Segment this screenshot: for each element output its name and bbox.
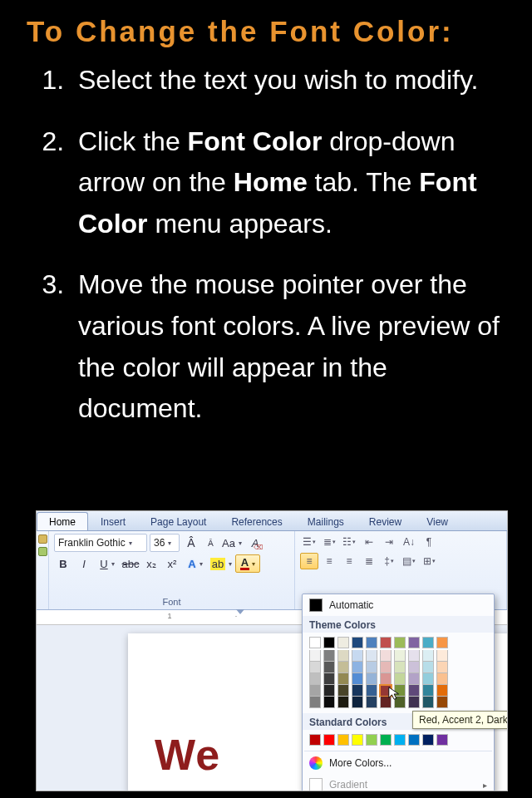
- color-swatch[interactable]: [366, 734, 377, 746]
- color-swatch[interactable]: [408, 650, 420, 662]
- show-marks-button[interactable]: ¶: [420, 534, 438, 550]
- color-swatch[interactable]: [380, 650, 392, 662]
- tab-review[interactable]: Review: [357, 512, 414, 530]
- bullets-button[interactable]: ☰: [300, 534, 318, 550]
- strikethrough-button[interactable]: abc: [121, 554, 140, 573]
- font-color-button[interactable]: A: [235, 554, 260, 573]
- indent-marker[interactable]: [236, 609, 244, 618]
- numbering-button[interactable]: ≣: [320, 534, 338, 550]
- shading-button[interactable]: ▤: [400, 553, 418, 569]
- color-swatch[interactable]: [366, 650, 377, 662]
- tab-page-layout[interactable]: Page Layout: [138, 512, 219, 530]
- color-swatch[interactable]: [323, 662, 335, 673]
- color-swatch[interactable]: [380, 685, 392, 697]
- color-swatch[interactable]: [394, 734, 406, 746]
- decrease-indent-button[interactable]: ⇤: [360, 534, 378, 550]
- color-swatch[interactable]: [394, 673, 406, 685]
- clear-formatting-button[interactable]: A⌫: [246, 534, 264, 552]
- tab-references[interactable]: References: [219, 512, 294, 530]
- color-swatch[interactable]: [422, 662, 434, 673]
- color-swatch[interactable]: [394, 685, 406, 697]
- color-swatch[interactable]: [394, 650, 406, 662]
- color-swatch[interactable]: [323, 673, 335, 685]
- color-swatch[interactable]: [309, 650, 321, 662]
- color-swatch[interactable]: [309, 734, 321, 746]
- color-swatch[interactable]: [436, 673, 448, 685]
- color-swatch[interactable]: [352, 662, 363, 673]
- color-swatch[interactable]: [394, 697, 406, 708]
- color-swatch[interactable]: [366, 697, 377, 708]
- color-swatch[interactable]: [309, 637, 321, 648]
- color-swatch[interactable]: [436, 685, 448, 697]
- multilevel-button[interactable]: ☷: [340, 534, 358, 550]
- color-swatch[interactable]: [380, 662, 392, 673]
- color-swatch[interactable]: [323, 734, 335, 746]
- color-swatch[interactable]: [337, 650, 349, 662]
- color-swatch[interactable]: [422, 734, 434, 746]
- color-swatch[interactable]: [436, 662, 448, 673]
- align-center-button[interactable]: ≡: [320, 553, 338, 569]
- color-swatch[interactable]: [309, 673, 321, 685]
- subscript-button[interactable]: x₂: [142, 554, 160, 573]
- tab-mailings[interactable]: Mailings: [295, 512, 357, 530]
- justify-button[interactable]: ≣: [360, 553, 378, 569]
- color-swatch[interactable]: [394, 662, 406, 673]
- tab-view[interactable]: View: [414, 512, 461, 530]
- color-swatch[interactable]: [408, 685, 420, 697]
- color-swatch[interactable]: [323, 697, 335, 708]
- color-swatch[interactable]: [366, 673, 377, 685]
- color-swatch[interactable]: [366, 685, 377, 697]
- more-colors-item[interactable]: More Colors...: [303, 752, 494, 774]
- color-swatch[interactable]: [309, 685, 321, 697]
- color-swatch[interactable]: [337, 734, 349, 746]
- color-swatch[interactable]: [436, 734, 448, 746]
- color-swatch[interactable]: [309, 662, 321, 673]
- color-swatch[interactable]: [394, 637, 406, 648]
- color-swatch[interactable]: [323, 637, 335, 648]
- color-swatch[interactable]: [337, 637, 349, 648]
- color-swatch[interactable]: [323, 685, 335, 697]
- color-swatch[interactable]: [380, 697, 392, 708]
- font-size-select[interactable]: 36: [150, 534, 180, 552]
- color-swatch[interactable]: [352, 673, 363, 685]
- color-swatch[interactable]: [380, 673, 392, 685]
- color-swatch[interactable]: [422, 650, 434, 662]
- line-spacing-button[interactable]: ‡: [380, 553, 398, 569]
- borders-button[interactable]: ⊞: [420, 553, 438, 569]
- color-swatch[interactable]: [408, 673, 420, 685]
- color-swatch[interactable]: [352, 697, 363, 708]
- color-swatch[interactable]: [352, 685, 363, 697]
- color-swatch[interactable]: [337, 685, 349, 697]
- color-swatch[interactable]: [380, 734, 392, 746]
- italic-button[interactable]: I: [75, 554, 93, 573]
- tab-home[interactable]: Home: [37, 512, 88, 530]
- color-swatch[interactable]: [436, 637, 448, 648]
- increase-indent-button[interactable]: ⇥: [380, 534, 398, 550]
- color-swatch[interactable]: [436, 697, 448, 708]
- text-effects-button[interactable]: A: [184, 554, 207, 573]
- color-swatch[interactable]: [352, 734, 363, 746]
- color-swatch[interactable]: [337, 697, 349, 708]
- color-swatch[interactable]: [366, 662, 377, 673]
- superscript-button[interactable]: x²: [163, 554, 181, 573]
- color-swatch[interactable]: [380, 637, 392, 648]
- color-swatch[interactable]: [337, 673, 349, 685]
- change-case-button[interactable]: Aa: [220, 534, 244, 552]
- grow-font-button[interactable]: Â: [182, 534, 200, 552]
- color-swatch[interactable]: [323, 650, 335, 662]
- color-swatch[interactable]: [436, 650, 448, 662]
- tab-insert[interactable]: Insert: [88, 512, 138, 530]
- color-swatch[interactable]: [422, 685, 434, 697]
- color-swatch[interactable]: [408, 697, 420, 708]
- font-name-select[interactable]: Franklin Gothic: [54, 534, 147, 552]
- color-swatch[interactable]: [408, 637, 420, 648]
- color-swatch[interactable]: [408, 662, 420, 673]
- color-swatch[interactable]: [337, 662, 349, 673]
- color-swatch[interactable]: [366, 637, 377, 648]
- highlight-button[interactable]: ab: [209, 554, 233, 573]
- color-swatch[interactable]: [309, 697, 321, 708]
- color-swatch[interactable]: [352, 650, 363, 662]
- automatic-color-item[interactable]: Automatic: [303, 594, 494, 616]
- underline-button[interactable]: U: [96, 554, 119, 573]
- color-swatch[interactable]: [422, 673, 434, 685]
